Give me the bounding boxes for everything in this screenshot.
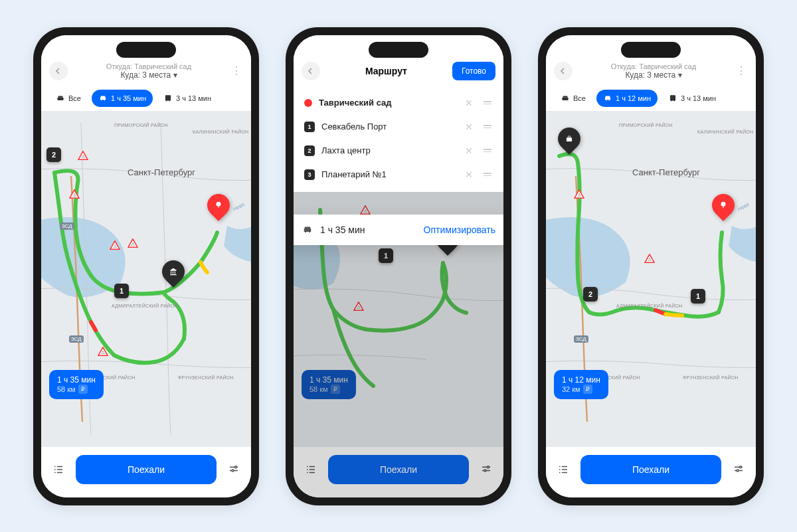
optimize-button[interactable]: Оптимизировать	[424, 224, 495, 235]
stop-item[interactable]: 2 Лахта центр ✕	[304, 139, 493, 163]
car-icon	[302, 224, 313, 236]
transport-tabs: Все 1 ч 12 мин 3 ч 13 мин	[546, 86, 756, 111]
route-summary-card[interactable]: 1 ч 35 мин 58 км ₽	[302, 370, 356, 399]
museum-icon	[169, 267, 178, 276]
tree-icon	[719, 201, 728, 210]
car-icon	[98, 94, 108, 103]
svg-point-5	[166, 100, 167, 101]
waypoint-pin-1[interactable]: 1	[691, 289, 705, 304]
svg-rect-0	[57, 97, 63, 100]
sliders-icon	[228, 464, 240, 476]
svg-point-22	[305, 230, 306, 232]
go-button[interactable]: Поехали	[76, 455, 217, 484]
hazard-icon: ⚠	[353, 302, 364, 311]
tab-car[interactable]: 1 ч 35 мин	[92, 90, 153, 107]
more-button[interactable]: ⋮	[735, 64, 748, 77]
drag-handle[interactable]	[482, 101, 493, 104]
toll-badge: ₽	[583, 385, 592, 394]
drag-handle[interactable]	[482, 149, 493, 152]
toll-badge: ₽	[331, 385, 340, 394]
summary-time: 1 ч 35 мин	[310, 375, 348, 385]
hazard-icon: ⚠	[644, 254, 655, 263]
remove-stop-button[interactable]: ✕	[465, 145, 476, 156]
route-summary-card[interactable]: 1 ч 35 мин 58 км ₽	[49, 370, 104, 399]
road-label: ЗСД	[60, 222, 74, 230]
waypoint-pin-1[interactable]: 1	[379, 248, 393, 263]
list-button[interactable]	[554, 460, 573, 479]
remove-stop-button[interactable]: ✕	[465, 169, 476, 180]
route-header: Откуда: Таврический сад Куда: 3 места ▾ …	[41, 35, 251, 86]
origin-label: Откуда: Таврический сад	[578, 62, 729, 70]
list-button[interactable]	[49, 460, 68, 479]
go-button[interactable]: Поехали	[328, 455, 469, 484]
more-button[interactable]: ⋮	[230, 64, 243, 77]
phone-mockup-1: Откуда: Таврический сад Куда: 3 места ▾ …	[33, 27, 259, 505]
settings-button[interactable]	[224, 460, 243, 479]
settings-button[interactable]	[729, 460, 748, 479]
svg-point-26	[606, 99, 607, 100]
svg-rect-28	[670, 95, 675, 100]
bus-icon	[163, 94, 173, 103]
summary-time: 1 ч 35 мин	[57, 375, 96, 385]
optimize-banner: 1 ч 35 мин Оптимизировать	[294, 215, 503, 245]
svg-point-23	[309, 230, 310, 232]
stop-item[interactable]: 3 Планетарий №1 ✕	[304, 163, 493, 187]
route-summary-card[interactable]: 1 ч 12 мин 32 км ₽	[554, 370, 608, 399]
svg-rect-35	[568, 135, 571, 137]
chevron-left-icon	[308, 68, 314, 74]
svg-text:⚠: ⚠	[81, 153, 85, 158]
back-button[interactable]	[49, 62, 68, 80]
destination-label[interactable]: Куда: 3 места ▾	[73, 70, 224, 80]
svg-text:⚠: ⚠	[577, 192, 581, 197]
chevron-left-icon	[55, 68, 62, 74]
remove-stop-button[interactable]: ✕	[465, 122, 476, 132]
district-label: КАЛИНИНСКИЙ РАЙОН	[193, 130, 248, 134]
tab-bus[interactable]: 3 ч 13 мин	[662, 90, 723, 107]
district-label: ПРИМОРСКИЙ РАЙОН	[114, 123, 168, 128]
tab-car[interactable]: 1 ч 12 мин	[596, 90, 658, 107]
back-button[interactable]	[302, 62, 320, 80]
destination-label[interactable]: Куда: 3 места ▾	[578, 70, 729, 80]
waypoint-pin-1[interactable]: 1	[114, 284, 129, 298]
done-button[interactable]: Готово	[452, 62, 495, 80]
sliders-icon	[480, 464, 492, 476]
svg-text:⚠: ⚠	[113, 243, 117, 248]
tab-all[interactable]: Все	[554, 90, 592, 107]
stop-marker: 1	[304, 122, 315, 132]
svg-point-30	[673, 100, 675, 101]
svg-point-2	[101, 99, 102, 100]
settings-button[interactable]	[477, 460, 495, 479]
map-view[interactable]: Санкт-Петербург ПРИМОРСКИЙ РАЙОН КАЛИНИН…	[546, 111, 756, 447]
stop-name: Севкабель Порт	[321, 122, 458, 132]
stop-item-origin[interactable]: Таврический сад ✕	[304, 91, 493, 115]
tab-bus[interactable]: 3 ч 13 мин	[157, 90, 218, 107]
route-list-header: Маршрут Готово	[294, 35, 503, 86]
briefcase-icon	[565, 134, 574, 143]
svg-rect-1	[58, 96, 63, 97]
toll-badge: ₽	[78, 385, 88, 394]
hazard-icon: ⚠	[574, 189, 584, 199]
stop-item[interactable]: 1 Севкабель Порт ✕	[304, 115, 493, 139]
district-label: ПРИМОРСКИЙ РАЙОН	[619, 123, 673, 128]
svg-point-29	[671, 100, 672, 101]
drag-handle[interactable]	[482, 125, 493, 128]
hazard-icon: ⚠	[128, 238, 138, 248]
list-button[interactable]	[302, 460, 320, 479]
map-view[interactable]: Санкт-Петербург ПРИМОРСКИЙ РАЙОН КАЛИНИН…	[41, 111, 251, 447]
svg-rect-25	[563, 96, 568, 97]
waypoint-pin-2[interactable]: 2	[46, 147, 61, 162]
svg-text:⚠: ⚠	[363, 208, 367, 213]
tab-all[interactable]: Все	[49, 90, 88, 107]
optimize-time: 1 ч 35 мин	[320, 224, 417, 235]
district-label: ФРУНЗЕНСКИЙ РАЙОН	[683, 375, 739, 380]
stop-marker: 2	[304, 145, 315, 156]
bottom-toolbar: Поехали	[41, 447, 251, 497]
summary-distance: 32 км	[562, 385, 580, 393]
go-button[interactable]: Поехали	[580, 455, 721, 484]
summary-distance: 58 км	[310, 385, 328, 393]
waypoint-pin-2[interactable]: 2	[583, 287, 598, 302]
back-button[interactable]	[554, 62, 573, 80]
remove-stop-button[interactable]: ✕	[465, 98, 476, 108]
drag-handle[interactable]	[482, 173, 493, 176]
chevron-left-icon	[560, 68, 567, 74]
